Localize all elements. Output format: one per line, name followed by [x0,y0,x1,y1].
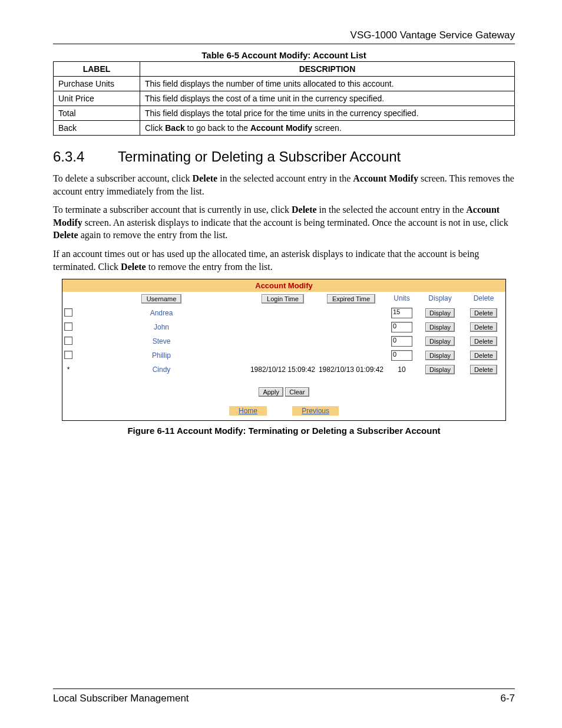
login-time-cell [249,312,317,314]
cell-description: Click Back to go back to the Account Mod… [140,121,515,136]
username-cell: John [154,323,169,331]
table-row: Unit Price This field displays the cost … [54,91,515,106]
row-checkbox[interactable] [64,337,72,345]
screenshot-header-row: Username Login Time Expired Time Units D… [62,292,505,306]
figure-caption: Figure 6-11 Account Modify: Terminating … [53,426,515,436]
username-cell: Phillip [152,351,171,360]
login-time-cell: 1982/10/12 15:09:42 [249,364,317,375]
login-time-cell [249,340,317,342]
footer-rule [53,689,515,689]
row-checkbox[interactable] [64,322,72,331]
expired-time-cell: 1982/10/13 01:09:42 [317,364,385,375]
units-input[interactable]: 0 [391,322,412,332]
delete-button[interactable]: Delete [470,322,497,332]
display-button[interactable]: Display [425,337,455,346]
section-number: 6.3.4 [53,149,118,165]
cell-label: Purchase Units [54,77,140,91]
cell-description: This field displays the number of time u… [140,77,515,91]
username-cell: Andrea [150,309,173,317]
cell-label: Back [54,121,140,136]
cell-label: Total [54,106,140,121]
screenshot-title: Account Modify [62,279,505,292]
account-modify-screenshot: Account Modify Username Login Time Expir… [62,279,506,421]
account-row: John0DisplayDelete [62,320,505,334]
units-cell: 10 [385,364,418,375]
col-label-header: LABEL [54,62,140,77]
login-time-cell [249,326,317,328]
expired-time-cell [317,354,385,357]
table-row: Back Click Back to go back to the Accoun… [54,121,515,136]
page-footer: Local Subscriber Management 6-7 [53,689,515,704]
cell-description: This field displays the total price for … [140,106,515,121]
account-row: *Cindy1982/10/12 15:09:421982/10/13 01:0… [62,363,505,377]
table-caption: Table 6-5 Account Modify: Account List [53,50,515,60]
body-paragraph: To delete a subscriber account, click De… [53,172,515,197]
header-rule [53,44,515,44]
section-heading: 6.3.4Terminating or Deleting a Subscribe… [53,149,515,165]
account-row: Andrea15DisplayDelete [62,306,505,320]
section-title: Terminating or Deleting a Subscriber Acc… [118,149,401,164]
screenshot-nav-links: Home Previous [62,404,505,420]
cell-label: Unit Price [54,91,140,106]
row-checkbox[interactable] [64,351,72,359]
display-button[interactable]: Display [425,365,455,374]
delete-button[interactable]: Delete [470,365,497,374]
body-paragraph: To terminate a subscriber account that i… [53,203,515,242]
cell-description: This field displays the cost of a time u… [140,91,515,106]
units-input[interactable]: 15 [391,308,412,318]
previous-link[interactable]: Previous [292,406,339,416]
delete-button[interactable]: Delete [470,351,497,360]
units-header: Units [394,294,409,302]
username-cell: Steve [153,337,171,345]
home-link[interactable]: Home [229,406,267,416]
expired-time-cell [317,312,385,314]
account-row: Steve0DisplayDelete [62,334,505,348]
expired-time-cell [317,340,385,342]
delete-button[interactable]: Delete [470,308,497,318]
table-row: Purchase Units This field displays the n… [54,77,515,91]
body-paragraph: If an account times out or has used up t… [53,248,515,273]
display-button[interactable]: Display [425,308,455,318]
account-row: Phillip0DisplayDelete [62,348,505,363]
apply-button[interactable]: Apply [259,387,283,397]
login-time-header: Login Time [262,294,304,304]
table-row: Total This field displays the total pric… [54,106,515,121]
delete-header: Delete [474,294,494,302]
display-button[interactable]: Display [425,351,455,360]
username-header: Username [141,294,182,304]
row-checkbox[interactable] [64,308,72,317]
asterisk-icon: * [67,365,70,374]
footer-left: Local Subscriber Management [53,693,189,704]
screenshot-actions: Apply Clear [62,377,505,404]
units-input[interactable]: 0 [391,336,412,347]
delete-button[interactable]: Delete [470,337,497,346]
display-header: Display [428,294,451,302]
clear-button[interactable]: Clear [285,387,309,397]
footer-right: 6-7 [500,693,515,704]
col-description-header: DESCRIPTION [140,62,515,77]
expired-time-cell [317,326,385,328]
page-header-title: VSG-1000 Vantage Service Gateway [53,29,515,41]
username-cell: Cindy [153,365,171,374]
expired-time-header: Expired Time [327,294,375,304]
units-input[interactable]: 0 [391,350,412,361]
display-button[interactable]: Display [425,322,455,332]
login-time-cell [249,354,317,357]
definition-table: LABEL DESCRIPTION Purchase Units This fi… [53,61,515,136]
